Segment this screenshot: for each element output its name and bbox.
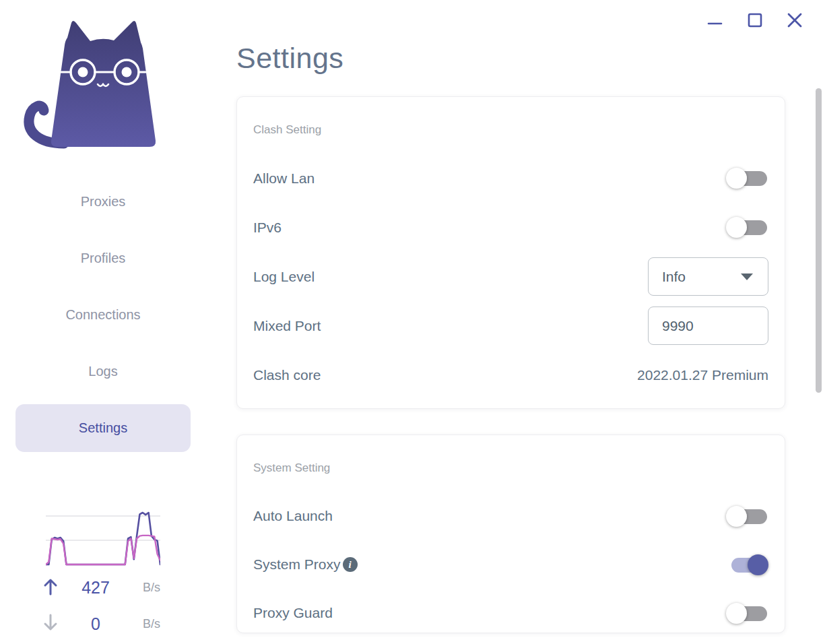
close-icon [787,12,803,30]
sidebar-item-logs[interactable]: Logs [15,348,191,395]
traffic-chart [46,508,160,569]
clash-core-label: Clash core [253,367,321,383]
auto-launch-label: Auto Launch [253,508,333,524]
toggle-knob [726,506,747,527]
toggle-knob [748,554,768,575]
allow-lan-row: Allow Lan [253,154,768,203]
mixed-port-row: Mixed Port [253,301,768,350]
auto-launch-row: Auto Launch [253,492,768,540]
ipv6-toggle[interactable] [726,217,768,238]
chevron-down-icon [741,273,753,280]
mixed-port-label: Mixed Port [253,318,321,334]
page-title: Settings [236,42,343,75]
maximize-button[interactable] [744,9,766,32]
log-level-select[interactable]: Info [648,257,768,296]
close-button[interactable] [783,9,806,32]
ipv6-row: IPv6 [253,203,768,252]
arrow-up-icon [43,577,58,598]
system-proxy-toggle[interactable] [726,554,768,575]
upload-stat: 427 B/s [43,574,160,601]
minimize-icon [706,12,723,30]
arrow-down-icon [43,614,58,635]
clash-core-row: Clash core2022.01.27 Premium [253,350,768,399]
clash-setting-card: Clash Setting Allow LanIPv6Log LevelInfo… [236,96,785,409]
download-unit: B/s [133,617,160,631]
upload-unit: B/s [133,581,160,595]
upload-value: 427 [66,578,125,598]
sidebar-item-proxies[interactable]: Proxies [15,178,191,226]
download-stat: 0 B/s [43,610,160,637]
mixed-port-input[interactable] [648,307,768,345]
clash-core-value: 2022.01.27 Premium [637,367,768,383]
vertical-scrollbar[interactable] [816,88,822,393]
toggle-knob [726,217,747,238]
maximize-icon [747,12,763,30]
cat-logo [20,17,158,154]
allow-lan-label: Allow Lan [253,170,315,187]
log-level-label: Log Level [253,269,315,285]
sidebar: ProxiesProfilesConnectionsLogsSettings 4… [0,0,206,644]
sidebar-item-connections[interactable]: Connections [15,291,191,339]
sidebar-nav: ProxiesProfilesConnectionsLogsSettings [15,178,191,461]
proxy-guard-label: Proxy Guard [253,605,333,621]
system-setting-card: System Setting Auto LaunchSystem ProxyiP… [236,434,785,633]
info-icon[interactable]: i [343,557,358,572]
proxy-guard-row: Proxy Guard [253,589,768,633]
proxy-guard-toggle[interactable] [726,603,768,624]
minimize-button[interactable] [703,9,726,32]
allow-lan-toggle[interactable] [726,168,768,189]
toggle-knob [726,603,747,624]
sidebar-item-settings[interactable]: Settings [15,404,191,452]
upload-line [46,513,160,565]
system-proxy-row: System Proxyi [253,540,768,589]
card-section-title: Clash Setting [253,115,768,146]
log-level-selected-value: Info [662,269,686,285]
log-level-row: Log LevelInfo [253,252,768,301]
download-value: 0 [66,614,125,634]
toggle-knob [726,168,747,189]
card-section-title: System Setting [253,453,768,484]
sidebar-item-profiles[interactable]: Profiles [15,234,191,282]
auto-launch-toggle[interactable] [726,506,768,527]
system-proxy-label: System Proxyi [253,556,358,573]
ipv6-label: IPv6 [253,220,282,236]
